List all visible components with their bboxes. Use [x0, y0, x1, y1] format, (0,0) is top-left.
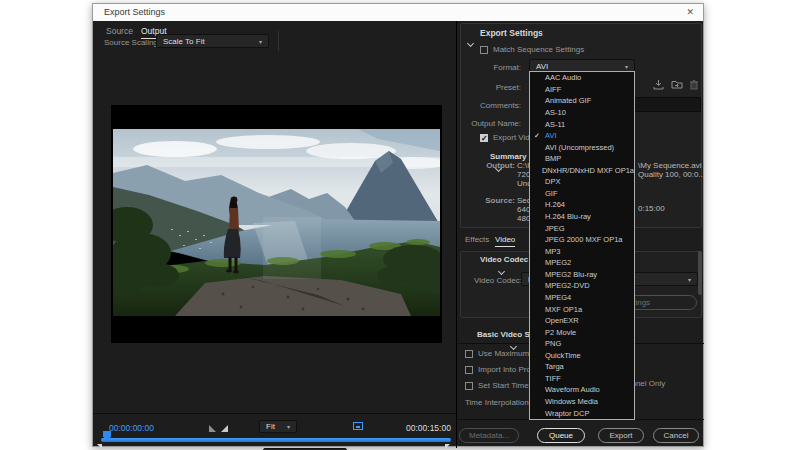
- import-preset-folder-icon[interactable]: [671, 79, 683, 90]
- format-option-label: Wraptor DCP: [545, 409, 589, 418]
- format-option-label: MPEG2: [545, 258, 571, 267]
- format-option[interactable]: AIFF: [530, 84, 634, 96]
- format-option[interactable]: GIF: [530, 188, 634, 200]
- format-option-label: AIFF: [545, 85, 561, 94]
- format-option-label: MPEG2 Blu-ray: [545, 270, 597, 279]
- summary-line: 0:15:00: [638, 204, 665, 213]
- preview-video-frame[interactable]: [113, 129, 440, 316]
- use-max-render-checkbox[interactable]: [465, 350, 473, 358]
- video-codec-label: Video Codec:: [474, 276, 522, 285]
- checkmark-icon: ✓: [534, 132, 545, 140]
- format-option[interactable]: AS-10: [530, 107, 634, 119]
- close-icon[interactable]: ✕: [686, 4, 694, 21]
- import-into-project-checkbox[interactable]: [465, 366, 473, 374]
- format-option[interactable]: DNxHR/DNxHD MXF OP1a: [530, 165, 634, 177]
- format-option[interactable]: AS-11: [530, 118, 634, 130]
- current-timecode: 00:00:00:00: [109, 423, 154, 433]
- format-option-label: Waveform Audio: [545, 385, 600, 394]
- format-option[interactable]: AAC Audio: [530, 72, 634, 84]
- format-option-label: MP3: [545, 247, 560, 256]
- match-sequence-checkbox[interactable]: [480, 46, 488, 54]
- video-codec-header: Video Codec: [480, 255, 528, 264]
- format-option[interactable]: Targa: [530, 361, 634, 373]
- summary-header: Summary: [490, 152, 526, 161]
- export-video-checkbox[interactable]: ✓: [480, 134, 488, 142]
- format-option[interactable]: MPEG4: [530, 292, 634, 304]
- format-option[interactable]: MXF OP1a: [530, 303, 634, 315]
- source-scaling-select[interactable]: Scale To Fit ▾: [156, 34, 269, 48]
- chevron-down-icon: ▾: [688, 276, 691, 283]
- format-option[interactable]: Windows Media: [530, 396, 634, 408]
- format-option-label: Targa: [545, 362, 564, 371]
- timeline-divider: [93, 413, 456, 414]
- format-option[interactable]: H.264: [530, 199, 634, 211]
- format-option[interactable]: Waveform Audio: [530, 384, 634, 396]
- format-option[interactable]: MPEG2 Blu-ray: [530, 269, 634, 281]
- format-option[interactable]: OpenEXR: [530, 315, 634, 327]
- match-sequence-label: Match Sequence Settings: [493, 45, 584, 54]
- tab-effects[interactable]: Effects: [465, 235, 489, 246]
- format-option-label: H.264: [545, 200, 565, 209]
- range-handle-left[interactable]: [97, 444, 102, 449]
- format-option[interactable]: BMP: [530, 153, 634, 165]
- format-option-label: AVI: [545, 131, 557, 140]
- format-option-label: OpenEXR: [545, 316, 579, 325]
- preview-scene: [113, 129, 440, 316]
- metadata-button[interactable]: Metadata...: [459, 428, 519, 443]
- format-option[interactable]: MP3: [530, 245, 634, 257]
- summary-line: Quality 100, 00:0..: [638, 170, 703, 179]
- format-option[interactable]: H.264 Blu-ray: [530, 211, 634, 223]
- format-option[interactable]: MPEG2: [530, 257, 634, 269]
- format-option[interactable]: MPEG2-DVD: [530, 280, 634, 292]
- delete-preset-trash-icon[interactable]: [689, 79, 699, 90]
- format-option-label: BMP: [545, 154, 561, 163]
- format-option[interactable]: AVI (Uncompressed): [530, 141, 634, 153]
- set-in-point-icon[interactable]: [209, 425, 216, 432]
- crop-icon[interactable]: [353, 422, 363, 430]
- format-option[interactable]: PNG: [530, 338, 634, 350]
- format-option[interactable]: QuickTime: [530, 350, 634, 362]
- cancel-button[interactable]: Cancel: [653, 428, 699, 443]
- save-preset-icon[interactable]: [653, 79, 664, 90]
- format-option[interactable]: TIFF: [530, 373, 634, 385]
- format-dropdown-list[interactable]: AAC AudioAIFFAnimated GIFAS-10AS-11✓AVIA…: [529, 71, 635, 420]
- comments-label: Comments:: [457, 101, 521, 110]
- format-option-label: MPEG2-DVD: [545, 281, 590, 290]
- format-option-label: P2 Movie: [545, 328, 576, 337]
- preview-area: [111, 105, 442, 343]
- format-option[interactable]: Animated GIF: [530, 95, 634, 107]
- format-option-label: AS-11: [545, 120, 565, 129]
- format-option-label: MPEG4: [545, 293, 571, 302]
- scrollbar-thumb[interactable]: [698, 251, 702, 295]
- format-option[interactable]: DPX: [530, 176, 634, 188]
- tab-video[interactable]: Video: [495, 235, 515, 247]
- dialog-title: Export Settings: [104, 4, 165, 21]
- format-option-label: DPX: [545, 177, 560, 186]
- summary-output-label: Output:: [457, 161, 515, 170]
- output-name-label: Output Name:: [457, 119, 521, 128]
- format-option[interactable]: ✓AVI: [530, 130, 634, 142]
- timeline-scrubber[interactable]: [101, 438, 451, 442]
- queue-button[interactable]: Queue: [537, 428, 585, 443]
- export-button[interactable]: Export: [598, 428, 644, 443]
- dialog-titlebar[interactable]: Export Settings ✕: [93, 4, 703, 21]
- divider: [278, 31, 279, 51]
- set-start-timecode-checkbox[interactable]: [465, 382, 473, 390]
- duration-timecode: 00:00:15:00: [406, 423, 451, 433]
- format-option[interactable]: Wraptor DCP: [530, 407, 634, 419]
- format-option[interactable]: JPEG 2000 MXF OP1a: [530, 234, 634, 246]
- chevron-down-icon: ▾: [625, 63, 628, 70]
- screen: Export Settings ✕ Source Output Source S…: [0, 0, 800, 450]
- format-option-label: MXF OP1a: [545, 305, 582, 314]
- format-option-label: AVI (Uncompressed): [545, 143, 614, 152]
- range-handle-right[interactable]: [445, 444, 450, 449]
- format-option[interactable]: P2 Movie: [530, 326, 634, 338]
- zoom-level-select[interactable]: Fit ▾: [259, 420, 297, 433]
- format-option-label: JPEG: [545, 224, 565, 233]
- set-out-point-icon[interactable]: [221, 425, 228, 432]
- format-option-label: QuickTime: [545, 351, 581, 360]
- format-label: Format:: [457, 63, 521, 72]
- tab-source[interactable]: Source: [106, 26, 133, 38]
- format-option[interactable]: JPEG: [530, 222, 634, 234]
- format-option-label: AS-10: [545, 108, 566, 117]
